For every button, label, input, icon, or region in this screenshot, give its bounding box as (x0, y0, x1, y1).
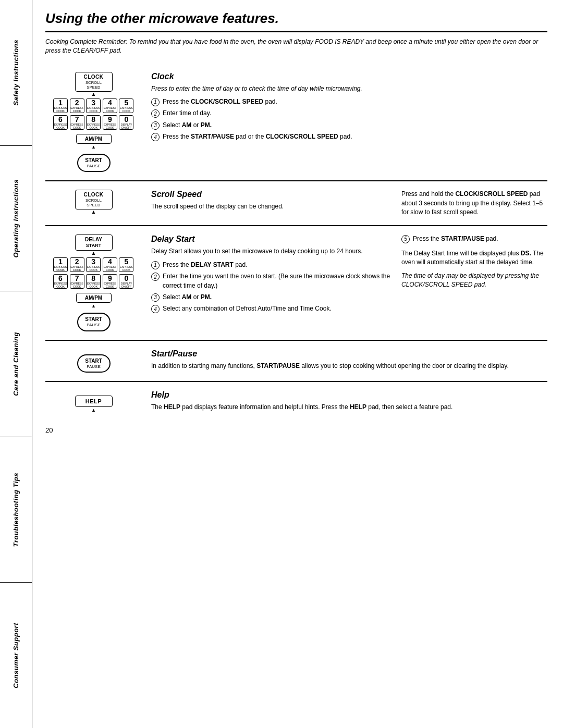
delay-sub: START (82, 243, 106, 249)
delay-key-1[interactable]: 1EXPRESS COOK (53, 257, 68, 272)
step-text-4: Press the START/PAUSE pad or the CLOCK/S… (163, 132, 352, 141)
num-grid-bottom: 6EXPRESS COOK 7EXPRESS COOK 8EXPRESS COO… (53, 115, 134, 130)
key-5[interactable]: 5EXPRESS COOK (119, 98, 133, 113)
key-2[interactable]: 2EXPRESS COOK (70, 98, 84, 113)
scroll-clock-sub: SCROLL SPEED (81, 198, 107, 207)
delay-key-0[interactable]: 0DISPLAY ON/OFF (119, 274, 133, 289)
clock-button[interactable]: CLOCK SCROLL SPEED (75, 72, 113, 92)
step-num-1: 1 (151, 98, 160, 106)
intro-text: Cooking Complete Reminder: To remind you… (45, 38, 547, 55)
clock-step-3: 3 Select AM or PM. (151, 121, 547, 130)
section-help: HELP ▲ Help The HELP pad displays featur… (45, 382, 547, 421)
delay-intro: Delay Start allows you to set the microw… (151, 247, 392, 256)
clock-keypad: CLOCK SCROLL SPEED ▲ 1EXPRESS COOK 2EXPR… (45, 72, 142, 172)
start-main: START (84, 157, 103, 164)
delay-step-text-3: Select AM or PM. (163, 293, 212, 302)
startpause-keypad: START PAUSE (45, 349, 142, 373)
sidebar-label-care: Care and Cleaning (12, 332, 20, 396)
sp-sub: PAUSE (84, 364, 103, 369)
start-pause-button[interactable]: START PAUSE (77, 154, 111, 172)
scroll-text-left: Scroll Speed The scroll speed of the dis… (151, 190, 392, 217)
sidebar-section-consumer: Consumer Support (0, 583, 32, 728)
delay-right-note: The Delay Start time will be displayed p… (401, 249, 547, 267)
scroll-clock-button[interactable]: CLOCK SCROLL SPEED (75, 190, 113, 209)
key-6[interactable]: 6EXPRESS COOK (53, 115, 68, 130)
delay-key-7[interactable]: 7EXPRESS COOK (70, 274, 84, 289)
sidebar-section-troubleshooting: Troubleshooting Tips (0, 437, 32, 583)
delay-key-4[interactable]: 4EXPRESS COOK (103, 257, 117, 272)
step-num-3: 3 (151, 121, 160, 130)
key-9[interactable]: 9EXPRESS COOK (103, 115, 117, 130)
key-7[interactable]: 7EXPRESS COOK (70, 115, 84, 130)
delay-ampm-button[interactable]: AM/PM (76, 293, 112, 303)
startpause-button[interactable]: START PAUSE (77, 354, 111, 373)
sidebar-section-safety: Safety Instructions (0, 0, 32, 146)
sidebar-section-operating: Operating Instructions (0, 146, 32, 292)
sidebar-section-care: Care and Cleaning (0, 291, 32, 437)
clock-arrow: ▲ (91, 92, 96, 96)
delay-step-num-2: 2 (151, 273, 160, 281)
delay-step-5: 5 Press the START/PAUSE pad. (401, 235, 547, 243)
section-clock: CLOCK SCROLL SPEED ▲ 1EXPRESS COOK 2EXPR… (45, 64, 547, 182)
delay-step-text-4: Select any combination of Defrost Auto/T… (163, 304, 332, 313)
delay-step-num-5: 5 (401, 235, 410, 243)
delay-step-text-2: Enter the time you want the oven to star… (163, 272, 392, 290)
delay-keypad: DELAY START ▲ 1EXPRESS COOK 2EXPRESS COO… (45, 235, 142, 331)
delay-text: Delay Start Delay Start allows you to se… (151, 235, 392, 331)
key-8[interactable]: 8EXPRESS COOK (86, 115, 101, 130)
startpause-title: Start/Pause (151, 349, 547, 359)
step-text-1: Press the CLOCK/SCROLL SPEED pad. (163, 97, 277, 106)
sidebar-label-operating: Operating Instructions (12, 179, 20, 257)
clock-step-2: 2 Enter time of day. (151, 109, 547, 118)
scroll-clock-main: CLOCK (81, 192, 107, 198)
delay-key-6[interactable]: 6EXPRESS COOK (53, 274, 68, 289)
ampm-arrow: ▲ (91, 144, 96, 150)
delay-step-text-5: Press the START/PAUSE pad. (413, 235, 498, 243)
delay-step-3: 3 Select AM or PM. (151, 293, 392, 302)
help-arrow: ▲ (91, 408, 96, 413)
delay-right: 5 Press the START/PAUSE pad. The Delay S… (401, 235, 547, 331)
delay-num-grid-top: 1EXPRESS COOK 2EXPRESS COOK 3EXPRESS COO… (53, 257, 134, 272)
delay-arrow: ▲ (91, 251, 96, 255)
sidebar-label-safety: Safety Instructions (12, 40, 20, 106)
step-text-2: Enter time of day. (163, 109, 211, 118)
help-button[interactable]: HELP (75, 396, 113, 407)
delay-step-4: 4 Select any combination of Defrost Auto… (151, 304, 392, 313)
delay-main: DELAY (82, 237, 106, 243)
main-content: Using the other microwave features. Cook… (32, 0, 563, 728)
scroll-right-body: Press and hold the CLOCK/SCROLL SPEED pa… (401, 190, 547, 217)
delay-start-button[interactable]: START PAUSE (77, 313, 111, 331)
delay-step-1: 1 Press the DELAY START pad. (151, 261, 392, 269)
page-wrapper: Safety Instructions Operating Instructio… (0, 0, 563, 728)
sidebar: Safety Instructions Operating Instructio… (0, 0, 32, 728)
delay-button[interactable]: DELAY START (75, 235, 113, 251)
sp-main: START (84, 358, 103, 364)
delay-key-2[interactable]: 2EXPRESS COOK (70, 257, 84, 272)
key-3[interactable]: 3EXPRESS COOK (86, 98, 101, 113)
step-num-2: 2 (151, 109, 160, 118)
key-1[interactable]: 1EXPRESS COOK (53, 98, 68, 113)
ampm-button[interactable]: AM/PM (76, 134, 112, 144)
step-text-3: Select AM or PM. (163, 121, 212, 130)
scroll-title: Scroll Speed (151, 190, 392, 199)
step-num-4: 4 (151, 133, 160, 141)
delay-key-8[interactable]: 8EXPRESS COOK (86, 274, 101, 289)
sidebar-label-consumer: Consumer Support (12, 623, 20, 688)
scroll-left-body: The scroll speed of the display can be c… (151, 202, 392, 211)
key-4[interactable]: 4EXPRESS COOK (103, 98, 117, 113)
delay-start-sub: PAUSE (84, 323, 103, 328)
clock-text: Clock Press to enter the time of day or … (151, 72, 547, 172)
delay-key-9[interactable]: 9EXPRESS COOK (103, 274, 117, 289)
startpause-text: Start/Pause In addition to starting many… (151, 349, 547, 373)
num-grid-top: 1EXPRESS COOK 2EXPRESS COOK 3EXPRESS COO… (53, 98, 134, 113)
delay-key-5[interactable]: 5EXPRESS COOK (119, 257, 133, 272)
delay-step-2: 2 Enter the time you want the oven to st… (151, 272, 392, 290)
delay-right-italic: The time of day may be displayed by pres… (401, 272, 547, 290)
section-delay-start: DELAY START ▲ 1EXPRESS COOK 2EXPRESS COO… (45, 226, 547, 340)
key-0[interactable]: 0DISPLAY ON/OFF (119, 115, 133, 130)
delay-key-3[interactable]: 3EXPRESS COOK (86, 257, 101, 272)
delay-num-grid-bottom: 6EXPRESS COOK 7EXPRESS COOK 8EXPRESS COO… (53, 274, 134, 289)
scroll-keypad: CLOCK SCROLL SPEED ▲ (45, 190, 142, 217)
help-keypad: HELP ▲ (45, 390, 142, 413)
clock-button-sub: SCROLL SPEED (81, 80, 107, 90)
